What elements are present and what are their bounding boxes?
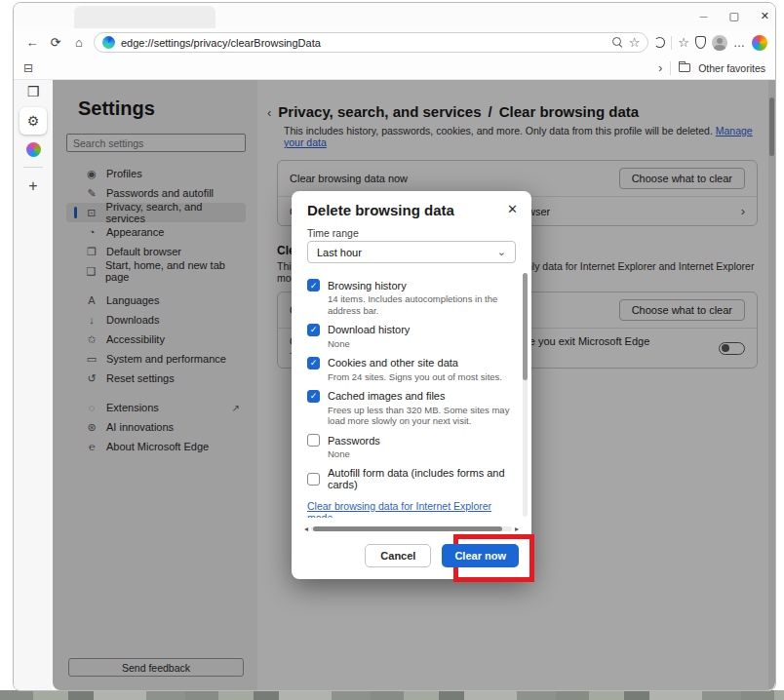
data-type-label[interactable]: Autofill form data (includes forms and c… xyxy=(328,467,514,490)
cancel-button[interactable]: Cancel xyxy=(365,544,431,567)
favorites-icon[interactable]: ☆ xyxy=(678,35,689,50)
checked-checkbox[interactable]: ✓ xyxy=(307,390,320,403)
refresh-icon[interactable]: ⟳ xyxy=(47,35,64,50)
security-shield-icon[interactable] xyxy=(695,36,706,49)
data-type-label[interactable]: Cached images and files xyxy=(328,390,445,402)
dialog-horizontal-scrollbar[interactable]: ◂ ▸ xyxy=(304,524,519,533)
maximize-icon[interactable]: ▢ xyxy=(728,10,738,22)
window-controls: — ▢ ✕ xyxy=(699,3,769,28)
data-type-row: Autofill form data (includes forms and c… xyxy=(307,467,514,490)
edge-logo-icon xyxy=(102,36,115,49)
zoom-search-icon[interactable] xyxy=(612,37,623,48)
dialog-title: Delete browsing data xyxy=(307,202,454,218)
checked-checkbox[interactable]: ✓ xyxy=(307,324,320,336)
home-icon[interactable]: ⌂ xyxy=(70,35,88,50)
rail-divider xyxy=(23,167,43,168)
chevron-down-icon: ⌄ xyxy=(497,246,506,258)
delete-browsing-data-dialog: Delete browsing data ✕ Time range Last h… xyxy=(292,191,531,579)
dialog-scrollbar[interactable] xyxy=(523,273,528,517)
data-type-label[interactable]: Passwords xyxy=(328,435,380,447)
address-bar[interactable]: edge://settings/privacy/clearBrowsingDat… xyxy=(94,32,648,53)
data-type-label[interactable]: Download history xyxy=(328,324,410,335)
copilot-icon[interactable] xyxy=(752,35,767,51)
time-range-select[interactable]: Last hour ⌄ xyxy=(307,241,516,263)
desktop-background-strip xyxy=(0,690,784,700)
minimize-icon[interactable]: — xyxy=(699,12,707,20)
data-type-row: ✓Browsing history xyxy=(307,279,514,292)
back-icon[interactable]: ← xyxy=(23,35,41,50)
checked-checkbox[interactable]: ✓ xyxy=(307,357,320,369)
data-type-row: ✓Cached images and files xyxy=(307,390,514,403)
clear-ie-mode-link[interactable]: Clear browsing data for Internet Explore… xyxy=(307,500,514,518)
data-type-description: From 24 sites. Signs you out of most sit… xyxy=(328,371,514,383)
favorites-bar: ⊟ › Other favorites xyxy=(14,57,775,80)
favbar-overflow-chevron-icon[interactable]: › xyxy=(658,61,662,75)
unchecked-checkbox[interactable] xyxy=(307,434,320,447)
sidebar-panel-icon[interactable]: ❒ xyxy=(27,84,40,99)
add-rail-item-icon[interactable]: + xyxy=(28,177,37,195)
data-type-description: Frees up less than 320 MB. Some sites ma… xyxy=(328,405,514,428)
data-type-row: ✓Download history xyxy=(307,324,514,336)
data-type-description: None xyxy=(328,338,514,350)
browser-essentials-icon[interactable] xyxy=(654,37,665,48)
scroll-left-icon[interactable]: ◂ xyxy=(304,525,308,533)
unchecked-checkbox[interactable] xyxy=(307,473,320,486)
profile-avatar[interactable] xyxy=(712,35,727,51)
favorite-site-icon[interactable]: ⊟ xyxy=(23,61,33,75)
data-type-list: ✓Browsing history14 items. Includes auto… xyxy=(307,272,514,518)
toolbar-separator xyxy=(671,36,672,50)
colorful-app-icon[interactable] xyxy=(26,142,41,157)
browser-tab[interactable] xyxy=(74,6,216,28)
data-type-description: None xyxy=(328,448,514,460)
clear-now-button[interactable]: Clear now xyxy=(442,544,519,567)
close-icon[interactable]: ✕ xyxy=(761,10,769,22)
scroll-right-icon[interactable]: ▸ xyxy=(515,525,519,533)
other-favorites-label[interactable]: Other favorites xyxy=(698,62,765,74)
data-type-label[interactable]: Cookies and other site data xyxy=(328,357,458,369)
data-type-label[interactable]: Browsing history xyxy=(328,280,407,292)
edge-side-rail: ❒ ⚙ + xyxy=(14,80,53,690)
data-type-row: Passwords xyxy=(307,434,514,447)
browser-toolbar: ← ⟳ ⌂ edge://settings/privacy/clearBrows… xyxy=(14,28,775,57)
time-range-value: Last hour xyxy=(317,247,362,258)
checked-checkbox[interactable]: ✓ xyxy=(307,279,320,292)
settings-gear-icon[interactable]: ⚙ xyxy=(20,107,47,135)
time-range-label: Time range xyxy=(307,227,359,239)
add-favorite-star-icon[interactable]: ☆ xyxy=(629,35,641,50)
url-text[interactable]: edge://settings/privacy/clearBrowsingDat… xyxy=(121,37,607,49)
data-type-row: ✓Cookies and other site data xyxy=(307,357,514,369)
screenshot-stage: — ▢ ✕ ← ⟳ ⌂ edge://settings/privacy/clea… xyxy=(0,0,784,700)
title-bar: — ▢ ✕ xyxy=(14,3,775,28)
dialog-close-icon[interactable]: ✕ xyxy=(507,202,518,216)
settings-more-icon[interactable]: … xyxy=(733,36,746,50)
data-type-description: 14 items. Includes autocompletions in th… xyxy=(328,293,514,317)
folder-icon xyxy=(679,63,690,72)
